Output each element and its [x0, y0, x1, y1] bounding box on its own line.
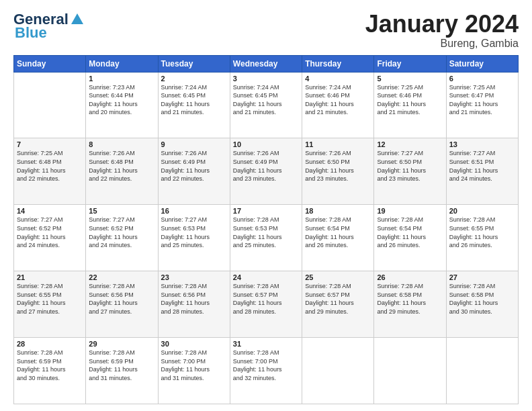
day-info: Sunrise: 7:28 AM Sunset: 6:57 PM Dayligh… — [233, 282, 299, 316]
calendar-day-cell: 29Sunrise: 7:28 AM Sunset: 6:59 PM Dayli… — [86, 338, 158, 404]
calendar-day-cell: 16Sunrise: 7:27 AM Sunset: 6:53 PM Dayli… — [158, 205, 230, 271]
calendar-day-cell: 5Sunrise: 7:25 AM Sunset: 6:46 PM Daylig… — [374, 72, 446, 138]
calendar-header-row: SundayMondayTuesdayWednesdayThursdayFrid… — [14, 55, 519, 72]
page: General Blue January 2024 Bureng, Gambia… — [0, 0, 532, 411]
calendar-week-row: 1Sunrise: 7:23 AM Sunset: 6:44 PM Daylig… — [14, 72, 519, 138]
day-info: Sunrise: 7:26 AM Sunset: 6:49 PM Dayligh… — [233, 149, 299, 183]
day-number: 20 — [449, 207, 515, 215]
day-info: Sunrise: 7:28 AM Sunset: 6:58 PM Dayligh… — [449, 282, 515, 316]
day-number: 24 — [233, 273, 299, 281]
day-number: 2 — [161, 75, 227, 83]
calendar-day-cell: 3Sunrise: 7:24 AM Sunset: 6:45 PM Daylig… — [230, 72, 302, 138]
calendar-day-header: Wednesday — [230, 55, 302, 72]
calendar-day-cell: 4Sunrise: 7:24 AM Sunset: 6:46 PM Daylig… — [302, 72, 374, 138]
header: General Blue January 2024 Bureng, Gambia — [13, 11, 519, 50]
logo: General Blue — [13, 11, 85, 42]
day-number: 23 — [161, 273, 227, 281]
calendar-day-cell: 10Sunrise: 7:26 AM Sunset: 6:49 PM Dayli… — [230, 138, 302, 205]
calendar-day-cell: 2Sunrise: 7:24 AM Sunset: 6:45 PM Daylig… — [158, 72, 230, 138]
day-number: 10 — [233, 140, 299, 148]
day-info: Sunrise: 7:28 AM Sunset: 6:55 PM Dayligh… — [449, 216, 515, 249]
day-info: Sunrise: 7:25 AM Sunset: 6:48 PM Dayligh… — [17, 149, 83, 183]
day-number: 1 — [89, 75, 154, 83]
calendar-table: SundayMondayTuesdayWednesdayThursdayFrid… — [13, 55, 519, 404]
day-number: 8 — [89, 140, 154, 148]
day-info: Sunrise: 7:27 AM Sunset: 6:52 PM Dayligh… — [89, 216, 154, 249]
calendar-day-cell — [446, 338, 518, 404]
day-info: Sunrise: 7:28 AM Sunset: 6:56 PM Dayligh… — [89, 282, 154, 316]
day-number: 17 — [233, 207, 299, 215]
day-number: 29 — [89, 340, 154, 348]
day-info: Sunrise: 7:24 AM Sunset: 6:45 PM Dayligh… — [233, 83, 299, 117]
calendar-day-cell: 7Sunrise: 7:25 AM Sunset: 6:48 PM Daylig… — [14, 138, 86, 205]
day-info: Sunrise: 7:28 AM Sunset: 6:54 PM Dayligh… — [377, 216, 443, 249]
calendar-day-cell: 23Sunrise: 7:28 AM Sunset: 6:56 PM Dayli… — [158, 271, 230, 338]
calendar-week-row: 28Sunrise: 7:28 AM Sunset: 6:59 PM Dayli… — [14, 338, 519, 404]
day-info: Sunrise: 7:28 AM Sunset: 6:53 PM Dayligh… — [233, 216, 299, 249]
day-number: 12 — [377, 140, 443, 148]
day-info: Sunrise: 7:26 AM Sunset: 6:50 PM Dayligh… — [305, 149, 371, 183]
day-number: 16 — [161, 207, 227, 215]
day-info: Sunrise: 7:24 AM Sunset: 6:45 PM Dayligh… — [161, 83, 227, 117]
day-number: 3 — [233, 75, 299, 83]
calendar-day-cell: 19Sunrise: 7:28 AM Sunset: 6:54 PM Dayli… — [374, 205, 446, 271]
day-number: 5 — [377, 75, 443, 83]
calendar-day-cell — [14, 72, 86, 138]
calendar-week-row: 7Sunrise: 7:25 AM Sunset: 6:48 PM Daylig… — [14, 138, 519, 205]
calendar-day-header: Sunday — [14, 55, 86, 72]
day-number: 31 — [233, 340, 299, 348]
page-subtitle: Bureng, Gambia — [365, 38, 519, 50]
day-info: Sunrise: 7:28 AM Sunset: 7:00 PM Dayligh… — [161, 349, 227, 382]
day-info: Sunrise: 7:28 AM Sunset: 6:54 PM Dayligh… — [305, 216, 371, 249]
day-info: Sunrise: 7:27 AM Sunset: 6:53 PM Dayligh… — [161, 216, 227, 249]
calendar-day-cell: 15Sunrise: 7:27 AM Sunset: 6:52 PM Dayli… — [86, 205, 158, 271]
calendar-day-cell: 12Sunrise: 7:27 AM Sunset: 6:50 PM Dayli… — [374, 138, 446, 205]
day-info: Sunrise: 7:28 AM Sunset: 6:55 PM Dayligh… — [17, 282, 83, 316]
calendar-day-header: Tuesday — [158, 55, 230, 72]
day-info: Sunrise: 7:28 AM Sunset: 6:59 PM Dayligh… — [89, 349, 154, 382]
calendar-week-row: 21Sunrise: 7:28 AM Sunset: 6:55 PM Dayli… — [14, 271, 519, 338]
day-info: Sunrise: 7:26 AM Sunset: 6:48 PM Dayligh… — [89, 149, 154, 183]
day-number: 13 — [449, 140, 515, 148]
calendar-day-cell: 11Sunrise: 7:26 AM Sunset: 6:50 PM Dayli… — [302, 138, 374, 205]
day-number: 4 — [305, 75, 371, 83]
day-info: Sunrise: 7:28 AM Sunset: 6:57 PM Dayligh… — [305, 282, 371, 316]
calendar-day-cell: 6Sunrise: 7:25 AM Sunset: 6:47 PM Daylig… — [446, 72, 518, 138]
calendar-day-cell: 13Sunrise: 7:27 AM Sunset: 6:51 PM Dayli… — [446, 138, 518, 205]
day-info: Sunrise: 7:25 AM Sunset: 6:47 PM Dayligh… — [449, 83, 515, 117]
day-number: 9 — [161, 140, 227, 148]
day-number: 11 — [305, 140, 371, 148]
calendar-day-cell: 20Sunrise: 7:28 AM Sunset: 6:55 PM Dayli… — [446, 205, 518, 271]
day-number: 28 — [17, 340, 83, 348]
day-number: 7 — [17, 140, 83, 148]
day-info: Sunrise: 7:27 AM Sunset: 6:50 PM Dayligh… — [377, 149, 443, 183]
title-block: January 2024 Bureng, Gambia — [365, 11, 519, 50]
day-info: Sunrise: 7:28 AM Sunset: 7:00 PM Dayligh… — [233, 349, 299, 382]
day-info: Sunrise: 7:25 AM Sunset: 6:46 PM Dayligh… — [377, 83, 443, 117]
day-number: 25 — [305, 273, 371, 281]
calendar-day-cell: 9Sunrise: 7:26 AM Sunset: 6:49 PM Daylig… — [158, 138, 230, 205]
day-number: 15 — [89, 207, 154, 215]
logo-icon — [70, 12, 85, 27]
day-info: Sunrise: 7:23 AM Sunset: 6:44 PM Dayligh… — [89, 83, 154, 117]
day-number: 30 — [161, 340, 227, 348]
day-info: Sunrise: 7:27 AM Sunset: 6:51 PM Dayligh… — [449, 149, 515, 183]
day-number: 6 — [449, 75, 515, 83]
calendar-day-header: Thursday — [302, 55, 374, 72]
calendar-day-header: Friday — [374, 55, 446, 72]
day-number: 18 — [305, 207, 371, 215]
calendar-day-cell — [302, 338, 374, 404]
logo-blue: Blue — [15, 24, 47, 42]
calendar-day-cell: 24Sunrise: 7:28 AM Sunset: 6:57 PM Dayli… — [230, 271, 302, 338]
day-info: Sunrise: 7:28 AM Sunset: 6:56 PM Dayligh… — [161, 282, 227, 316]
calendar-day-cell: 1Sunrise: 7:23 AM Sunset: 6:44 PM Daylig… — [86, 72, 158, 138]
page-title: January 2024 — [365, 11, 519, 38]
calendar-day-cell — [374, 338, 446, 404]
day-info: Sunrise: 7:27 AM Sunset: 6:52 PM Dayligh… — [17, 216, 83, 249]
calendar-day-cell: 18Sunrise: 7:28 AM Sunset: 6:54 PM Dayli… — [302, 205, 374, 271]
day-info: Sunrise: 7:28 AM Sunset: 6:59 PM Dayligh… — [17, 349, 83, 382]
calendar-day-cell: 8Sunrise: 7:26 AM Sunset: 6:48 PM Daylig… — [86, 138, 158, 205]
calendar-day-cell: 31Sunrise: 7:28 AM Sunset: 7:00 PM Dayli… — [230, 338, 302, 404]
day-number: 27 — [449, 273, 515, 281]
calendar-day-cell: 26Sunrise: 7:28 AM Sunset: 6:58 PM Dayli… — [374, 271, 446, 338]
